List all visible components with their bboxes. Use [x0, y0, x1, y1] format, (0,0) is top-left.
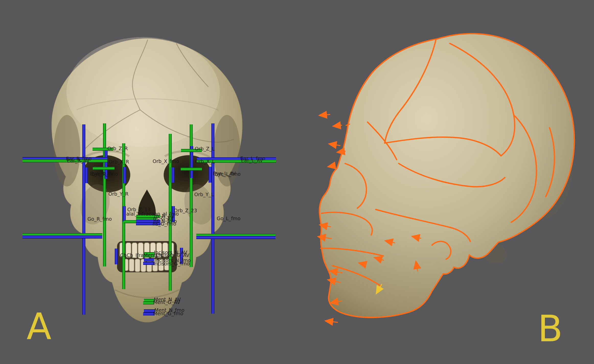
landmark-label: Ear_L_AV: [241, 158, 263, 163]
lateral-skull-render: [319, 34, 574, 318]
landmark-label: Orb_Y_L: [194, 192, 214, 197]
annotation-arrow: [333, 125, 342, 126]
landmark-label: Orb_X_L: [195, 159, 215, 165]
landmark-label: Orb_Z_R: [107, 146, 128, 151]
landmark-label: Orb_Y_R: [108, 191, 129, 197]
skull-a-temple-shadow-right: [54, 115, 80, 186]
annotation-arrow: [329, 144, 340, 146]
landmark-label: Go_L_fmo: [217, 216, 241, 221]
landmark-label: Incisors_N_AV: [154, 250, 187, 255]
landmark-label: Orb_Z_L: [195, 146, 215, 152]
panel-b-label: B: [538, 311, 563, 347]
landmark-label: Eye_L_AV: [213, 171, 236, 177]
fracture-contours: [319, 34, 574, 318]
landmark-label: Orb_X_fmo: [153, 158, 179, 164]
annotation-arrow: [325, 321, 338, 322]
landmark-label: Ment_G_AV: [153, 299, 180, 305]
landmark-label: ns_G_fmo: [153, 221, 176, 227]
landmark-label: Orb_Z_23: [174, 208, 197, 214]
landmark-label: Go_R_fmo: [87, 216, 112, 222]
landmark-label: Orb_X_R: [109, 159, 129, 165]
skull-a-dome-highlight: [66, 37, 220, 147]
landmark-label: Incisors_G_fmo: [153, 261, 190, 267]
panel-a-label: A: [27, 309, 51, 345]
annotation-arrow: [328, 166, 332, 167]
landmark-label: Eye_R_AV: [90, 171, 113, 177]
landmark-label: Ment_G_fmo: [153, 311, 183, 316]
figure-canvas: Ear_R_fmoEar_R_AVOrb_Z_ROrb_X_ROrb_X_fmo…: [0, 0, 594, 364]
annotation-arrow: [319, 114, 330, 115]
skull-figure-svg: Ear_R_fmoEar_R_AVOrb_Z_ROrb_X_ROrb_X_fmo…: [0, 0, 594, 364]
landmark-label: Ear_R_AV: [67, 158, 89, 164]
